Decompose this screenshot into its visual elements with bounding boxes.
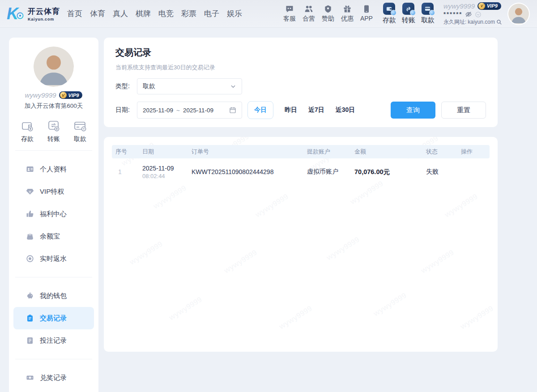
date-end-value: 2025-11-09 [183, 107, 213, 114]
sidebar-vip-gem-icon: V [60, 92, 67, 98]
sidebar-deposit-button[interactable]: 存款 [21, 119, 34, 143]
row-withdraw-account: 虚拟币账户 [303, 168, 351, 176]
page-title: 交易记录 [115, 47, 486, 59]
masked-balance: ****** [443, 11, 462, 18]
vip-level-text: VIP9 [487, 3, 498, 9]
withdraw-button[interactable]: 取款 [421, 3, 435, 25]
partnership-button[interactable]: 合营 [303, 4, 315, 23]
refresh-balance-icon[interactable] [475, 11, 482, 18]
coin-pot-icon [26, 232, 34, 240]
row-status: 失败 [422, 168, 457, 176]
reset-button[interactable]: 重置 [441, 102, 486, 119]
filter-card: 交易记录 当前系统支持查询最近30日的交易记录 类型: 取款 日期: 2025-… [104, 38, 498, 127]
nav-board-games[interactable]: 棋牌 [134, 7, 153, 21]
sidebar-item-label: 投注记录 [40, 337, 67, 345]
withdraw-icon [422, 3, 434, 15]
id-card-icon [26, 165, 34, 173]
range-yesterday-button[interactable]: 昨日 [285, 106, 297, 114]
date-range-input[interactable]: 2025-11-09 ~ 2025-11-09 [137, 102, 242, 119]
sidebar-item-benefits-center[interactable]: 福利中心 [13, 203, 94, 225]
target-circle-icon [26, 255, 34, 263]
transfer-outline-icon [47, 119, 60, 132]
type-selected-value: 取款 [143, 82, 155, 90]
sidebar-menu-group-1: 个人资料 VIP特权 福利中心 余额宝 实时返水 [9, 158, 98, 270]
sidebar-item-yuebao[interactable]: 余额宝 [13, 225, 94, 247]
type-label: 类型: [115, 82, 133, 90]
sidebar-item-label: 余额宝 [40, 232, 60, 241]
sidebar-item-betting-records[interactable]: 投注记录 [13, 329, 94, 352]
sidebar-item-realtime-rebate[interactable]: 实时返水 [13, 247, 94, 270]
col-header-index: 序号 [112, 148, 139, 156]
user-info-block: wywy9999 V VIP9 ****** 永久网址: kaiyun.com [443, 2, 502, 26]
sidebar-item-transaction-records[interactable]: 交易记录 [13, 307, 94, 329]
table-row: 1 2025-11-09 08:02:44 KWWT20251109080244… [112, 158, 490, 185]
nav-home[interactable]: 首页 [65, 7, 84, 21]
gift-icon [343, 4, 352, 13]
query-button[interactable]: 查询 [391, 102, 435, 119]
type-select[interactable]: 取款 [137, 78, 242, 94]
brand-logo[interactable]: K 开云体育 Kaiyun.com [6, 4, 60, 23]
deposit-icon [383, 3, 395, 15]
primary-nav: 首页 体育 真人 棋牌 电竞 彩票 电子 娱乐 [65, 7, 244, 21]
transfer-icon [402, 3, 414, 15]
sidebar: wywy9999 V VIP9 加入开云体育第600天 存款 转账 取款 个人资… [9, 38, 98, 392]
sidebar-item-label: VIP特权 [40, 187, 64, 196]
promotions-label: 优惠 [341, 15, 354, 23]
promotions-button[interactable]: 优惠 [341, 4, 354, 23]
sidebar-divider [15, 359, 92, 359]
chat-bubble-icon [285, 4, 294, 13]
nav-esports[interactable]: 电竞 [157, 7, 175, 21]
transfer-button[interactable]: 转账 [402, 3, 415, 25]
thumbs-up-icon [26, 210, 34, 218]
sidebar-item-label: 交易记录 [40, 314, 67, 323]
app-label: APP [360, 15, 373, 22]
customer-service-button[interactable]: 客服 [283, 4, 296, 23]
bet-record-icon [26, 337, 34, 345]
app-download-button[interactable]: APP [360, 4, 373, 23]
nav-sports[interactable]: 体育 [88, 7, 107, 21]
table-header-row: 序号 日期 订单号 提款账户 金额 状态 操作 [112, 145, 490, 158]
brand-domain: Kaiyun.com [28, 17, 60, 21]
sidebar-item-my-wallet[interactable]: 我的钱包 [13, 285, 94, 307]
magnifier-icon[interactable] [496, 19, 502, 25]
sidebar-transfer-button[interactable]: 转账 [47, 119, 60, 143]
sidebar-item-vip-privileges[interactable]: VIP特权 [13, 180, 94, 203]
nav-lottery[interactable]: 彩票 [179, 7, 198, 21]
row-date: 2025-11-09 [142, 165, 188, 172]
deposit-label: 存款 [383, 16, 396, 25]
sidebar-item-prize-records[interactable]: 兑奖记录 [13, 366, 94, 389]
sidebar-divider [15, 277, 92, 277]
sidebar-item-message-center[interactable]: 消息中心 99+ [13, 389, 94, 392]
permanent-url-value[interactable]: kaiyun.com [468, 19, 495, 26]
deposit-button[interactable]: 存款 [383, 3, 396, 25]
range-today-button[interactable]: 今日 [247, 101, 273, 119]
range-7days-button[interactable]: 近7日 [308, 106, 324, 114]
sidebar-deposit-label: 存款 [21, 135, 34, 143]
transfer-label: 转账 [402, 16, 415, 25]
wallet-outline-icon [21, 119, 34, 132]
sidebar-withdraw-button[interactable]: 取款 [73, 119, 87, 143]
sidebar-item-profile[interactable]: 个人资料 [13, 158, 94, 180]
nav-slots[interactable]: 电子 [202, 7, 221, 21]
main-content: 交易记录 当前系统支持查询最近30日的交易记录 类型: 取款 日期: 2025-… [104, 38, 498, 352]
sponsor-label: 赞助 [322, 15, 334, 23]
row-time: 08:02:44 [142, 173, 188, 179]
col-header-account: 提款账户 [303, 148, 351, 156]
range-30days-button[interactable]: 近30日 [336, 106, 355, 114]
permanent-url-label: 永久网址: [443, 19, 466, 26]
sponsor-button[interactable]: 赞助 [322, 4, 334, 23]
transaction-record-icon [26, 314, 34, 322]
eye-off-icon[interactable] [465, 11, 472, 18]
sidebar-avatar-photo [34, 47, 74, 87]
sidebar-item-label: 兑奖记录 [40, 374, 67, 382]
sidebar-item-label: 我的钱包 [40, 292, 67, 300]
bank-card-outline-icon [73, 119, 87, 132]
col-header-amount: 金额 [351, 148, 422, 156]
sponsor-badge-icon [324, 4, 332, 13]
nav-live-casino[interactable]: 真人 [111, 7, 130, 21]
nav-entertainment[interactable]: 娱乐 [225, 7, 244, 21]
user-avatar[interactable] [508, 4, 529, 24]
sidebar-menu-group-3: 兑奖记录 消息中心 99+ [9, 366, 98, 392]
sidebar-item-label: 实时返水 [40, 255, 67, 263]
vip-gem-icon: V [478, 3, 485, 9]
